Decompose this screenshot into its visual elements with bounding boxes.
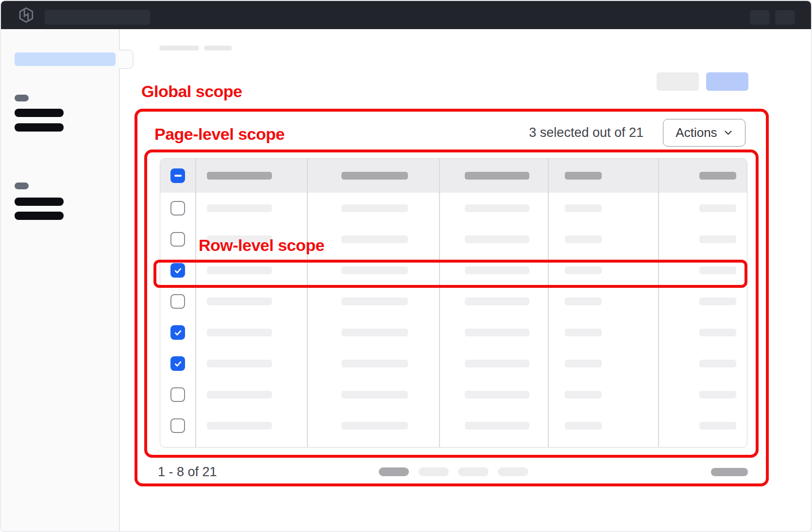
- cell-skeleton: [341, 329, 408, 336]
- cell-skeleton: [699, 360, 736, 367]
- column-header-skeleton: [565, 172, 602, 180]
- cell-skeleton: [699, 391, 736, 399]
- row-checkbox[interactable]: [170, 356, 185, 371]
- cell-skeleton: [207, 391, 272, 399]
- page-scope-label: Page-level scope: [154, 125, 285, 144]
- top-nav: [1, 1, 811, 29]
- cell-skeleton: [207, 204, 272, 212]
- pagination-range-label: 1 - 8 of 21: [158, 465, 217, 480]
- nav-action-placeholder[interactable]: [750, 10, 770, 25]
- cell-skeleton: [207, 360, 272, 367]
- sidebar-nav-item-skeleton[interactable]: [15, 109, 64, 117]
- column-header-skeleton: [207, 172, 272, 180]
- cell-skeleton: [465, 391, 529, 399]
- global-scope-label: Global scope: [141, 82, 242, 101]
- checkmark-icon: [173, 328, 183, 337]
- actions-button[interactable]: Actions: [663, 119, 745, 147]
- sidebar-nav-item-skeleton[interactable]: [15, 123, 64, 132]
- page-size-control-skeleton[interactable]: [711, 468, 748, 476]
- row-scope-label: Row-level scope: [199, 236, 324, 255]
- column-divider: [195, 159, 196, 447]
- data-table: [160, 158, 747, 448]
- cell-skeleton: [207, 329, 272, 336]
- column-divider: [658, 159, 659, 447]
- row-checkbox[interactable]: [170, 325, 185, 340]
- sidebar-nav-item-skeleton[interactable]: [15, 198, 64, 206]
- cell-skeleton: [341, 422, 408, 430]
- row-checkbox[interactable]: [170, 263, 185, 278]
- sidebar-section-heading-skeleton: [15, 95, 29, 101]
- cell-skeleton: [565, 391, 602, 399]
- sidebar-active-item[interactable]: [15, 52, 116, 66]
- cell-skeleton: [465, 360, 529, 367]
- column-divider: [439, 159, 440, 447]
- pagination-control-skeleton[interactable]: [419, 467, 449, 476]
- cell-skeleton: [465, 329, 529, 336]
- checkmark-icon: [173, 359, 183, 368]
- cell-skeleton: [699, 266, 736, 274]
- cell-skeleton: [565, 298, 602, 305]
- sidebar-collapse-handle[interactable]: [119, 50, 134, 69]
- breadcrumb-skeleton[interactable]: [159, 46, 199, 50]
- cell-skeleton: [465, 298, 529, 305]
- search-input[interactable]: [45, 10, 150, 25]
- select-all-checkbox[interactable]: [170, 168, 185, 183]
- pagination-control-skeleton[interactable]: [458, 467, 489, 476]
- row-checkbox[interactable]: [170, 294, 185, 309]
- column-header-skeleton: [341, 172, 408, 180]
- actions-button-label: Actions: [676, 125, 717, 140]
- sidebar-section-heading-skeleton: [15, 183, 29, 189]
- secondary-button-skeleton[interactable]: [657, 72, 699, 91]
- cell-skeleton: [565, 266, 602, 274]
- row-checkbox[interactable]: [170, 232, 185, 247]
- sidebar: [1, 29, 120, 531]
- row-checkbox[interactable]: [170, 201, 185, 216]
- cell-skeleton: [699, 329, 736, 336]
- cell-skeleton: [565, 360, 602, 367]
- cell-skeleton: [565, 204, 602, 212]
- breadcrumb-skeleton[interactable]: [204, 46, 232, 50]
- cell-skeleton: [207, 266, 272, 274]
- cell-skeleton: [341, 235, 408, 243]
- hashicorp-logo-icon: [18, 7, 34, 23]
- primary-button-skeleton[interactable]: [706, 72, 748, 91]
- row-checkbox[interactable]: [170, 387, 185, 402]
- cell-skeleton: [465, 266, 529, 274]
- cell-skeleton: [465, 235, 529, 243]
- checkmark-icon: [173, 266, 183, 275]
- column-header-skeleton: [465, 172, 529, 180]
- cell-skeleton: [699, 235, 736, 243]
- sidebar-nav-item-skeleton[interactable]: [15, 212, 64, 220]
- cell-skeleton: [207, 422, 272, 430]
- selection-summary: 3 selected out of 21: [529, 125, 643, 140]
- cell-skeleton: [341, 360, 408, 367]
- cell-skeleton: [699, 298, 736, 305]
- pagination-control-skeleton[interactable]: [498, 467, 528, 476]
- cell-skeleton: [699, 422, 736, 430]
- cell-skeleton: [565, 235, 602, 243]
- app-window: Global scope Page-level scope Row-level …: [0, 0, 812, 532]
- cell-skeleton: [465, 204, 529, 212]
- nav-action-placeholder[interactable]: [775, 10, 795, 25]
- cell-skeleton: [341, 266, 408, 274]
- cell-skeleton: [207, 298, 272, 305]
- cell-skeleton: [465, 422, 529, 430]
- cell-skeleton: [341, 391, 408, 399]
- cell-skeleton: [341, 298, 408, 305]
- indeterminate-minus-icon: [174, 175, 182, 177]
- cell-skeleton: [565, 422, 602, 430]
- row-checkbox[interactable]: [170, 418, 185, 433]
- pagination-control-skeleton[interactable]: [379, 467, 409, 476]
- chevron-down-icon: [724, 128, 733, 137]
- column-divider: [548, 159, 549, 447]
- cell-skeleton: [565, 329, 602, 336]
- column-divider: [307, 159, 308, 447]
- cell-skeleton: [341, 204, 408, 212]
- cell-skeleton: [699, 204, 736, 212]
- column-header-skeleton: [699, 172, 736, 180]
